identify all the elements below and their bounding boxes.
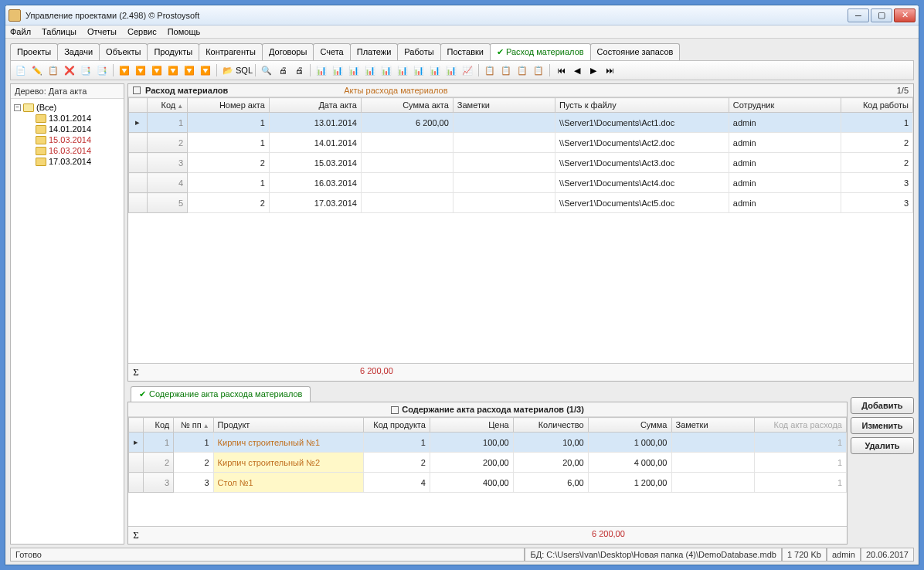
tab-6[interactable]: Счета <box>313 43 350 60</box>
tree-item[interactable]: 17.03.2014 <box>14 156 121 167</box>
toolbar-button[interactable]: 📂 <box>221 63 235 77</box>
table-row[interactable]: 4 1 16.03.2014 \\Server1\Documents\Act4.… <box>129 173 913 193</box>
folder-icon <box>36 136 46 144</box>
toolbar-button[interactable]: 📑 <box>79 63 93 77</box>
app-window: Управление проектами (2.498) © Prostoyso… <box>5 5 919 565</box>
toolbar-button[interactable]: 🔽 <box>134 63 148 77</box>
menubar: ФайлТаблицыОтчетыСервисПомощь <box>5 25 919 39</box>
side-buttons: Добавить Изменить Удалить <box>851 383 914 545</box>
toolbar-button[interactable]: 📊 <box>412 63 426 77</box>
tab-7[interactable]: Платежи <box>350 43 399 60</box>
toolbar-button[interactable]: 📊 <box>444 63 458 77</box>
toolbar-button[interactable]: 📋 <box>46 63 60 77</box>
toolbar-button[interactable]: 📊 <box>363 63 377 77</box>
toolbar-button[interactable]: 🔽 <box>199 63 212 77</box>
tree-item[interactable]: 15.03.2014 <box>14 134 121 145</box>
tree-item[interactable]: 16.03.2014 <box>14 145 121 156</box>
tab-1[interactable]: Задачи <box>57 43 100 60</box>
table-row[interactable]: ▸ 1 1 13.01.2014 6 200,00 \\Server1\Docu… <box>129 113 913 133</box>
toolbar-button[interactable]: 🔽 <box>166 63 180 77</box>
add-button[interactable]: Добавить <box>851 397 914 414</box>
grid-detail: Содержание акта расхода материалов (1/3)… <box>127 402 848 545</box>
tab-11[interactable]: Состояние запасов <box>590 43 681 60</box>
tab-0[interactable]: Проекты <box>10 43 58 60</box>
table-row[interactable]: 3 3 Стол №1 4 400,00 6,00 1 200,00 1 <box>129 473 847 493</box>
separator <box>113 64 114 76</box>
detail-sum-row: Σ 6 200,00 <box>128 526 847 544</box>
toolbar-button[interactable]: 📈 <box>460 63 474 77</box>
sum-row: Σ 6 200,00 <box>128 363 913 381</box>
grid-icon <box>391 406 399 414</box>
tree-item[interactable]: 13.01.2014 <box>14 113 121 124</box>
tab-5[interactable]: Договоры <box>262 43 314 60</box>
tab-4[interactable]: Контрагенты <box>199 43 263 60</box>
table-row[interactable]: ▸ 1 1 Кирпич строительный №1 1 100,00 10… <box>129 433 847 453</box>
toolbar-button[interactable]: 🖨 <box>276 63 290 77</box>
toolbar-button[interactable]: 🔽 <box>117 63 131 77</box>
toolbar-button[interactable]: 📊 <box>428 63 442 77</box>
tab-8[interactable]: Работы <box>397 43 440 60</box>
toolbar-button[interactable]: 📊 <box>347 63 361 77</box>
toolbar-button[interactable]: 📊 <box>379 63 393 77</box>
tab-10[interactable]: ✔Расход материалов <box>490 43 591 60</box>
main-table[interactable]: Код▲Номер актаДата актаСумма актаЗаметки… <box>128 97 913 213</box>
toolbar-button[interactable]: 📋 <box>483 63 497 77</box>
folder-icon <box>36 158 46 166</box>
tab-3[interactable]: Продукты <box>147 43 199 60</box>
toolbar-button[interactable]: 📋 <box>532 63 545 77</box>
grid-subtitle: Акты расхода материалов <box>344 86 447 95</box>
folder-icon <box>36 125 46 134</box>
table-row[interactable]: 2 1 14.01.2014 \\Server1\Documents\Act2.… <box>129 133 913 153</box>
toolbar-button[interactable]: SQL <box>237 63 251 77</box>
tree-root[interactable]: − (Все) <box>14 102 121 113</box>
toolbar-button[interactable]: 🖨 <box>292 63 306 77</box>
tree-item[interactable]: 14.01.2014 <box>14 124 121 134</box>
toolbar-button[interactable]: 📋 <box>499 63 513 77</box>
app-icon <box>8 9 21 22</box>
toolbar-button[interactable]: 📊 <box>314 63 328 77</box>
toolbar-button[interactable]: 📊 <box>396 63 409 77</box>
check-icon: ✔ <box>497 47 504 56</box>
toolbar-button[interactable]: 📋 <box>515 63 529 77</box>
toolbar-button[interactable]: ▶ <box>586 63 600 77</box>
close-button[interactable]: ✕ <box>894 8 916 22</box>
collapse-icon[interactable]: − <box>14 104 21 111</box>
toolbar-button[interactable]: 🔽 <box>150 63 164 77</box>
grid-pager: 1/5 <box>897 86 909 95</box>
sum-value: 6 200,00 <box>360 366 393 378</box>
table-row[interactable]: 5 2 17.03.2014 \\Server1\Documents\Act5.… <box>129 193 913 213</box>
toolbar-button[interactable]: ✏️ <box>30 63 44 77</box>
toolbar: 📄✏️📋❌📑📑🔽🔽🔽🔽🔽🔽📂SQL🔍🖨🖨📊📊📊📊📊📊📊📊📊📈📋📋📋📋⏮◀▶⏭ <box>10 60 914 80</box>
toolbar-button[interactable]: ❌ <box>63 63 76 77</box>
toolbar-button[interactable]: ◀ <box>570 63 584 77</box>
sigma-icon: Σ <box>128 366 144 378</box>
delete-button[interactable]: Удалить <box>851 437 914 454</box>
menu-item[interactable]: Помощь <box>168 27 201 36</box>
table-row[interactable]: 3 2 15.03.2014 \\Server1\Documents\Act3.… <box>129 153 913 173</box>
edit-button[interactable]: Изменить <box>851 417 914 434</box>
toolbar-button[interactable]: 🔍 <box>260 63 273 77</box>
subtab-content[interactable]: ✔Содержание акта расхода материалов <box>131 386 311 402</box>
toolbar-button[interactable]: ⏭ <box>603 63 617 77</box>
maximize-button[interactable]: ▢ <box>871 8 892 22</box>
menu-item[interactable]: Таблицы <box>42 27 76 36</box>
menu-item[interactable]: Файл <box>10 27 31 36</box>
menu-item[interactable]: Сервис <box>127 27 157 36</box>
toolbar-button[interactable]: 🔽 <box>182 63 196 77</box>
tab-2[interactable]: Объекты <box>99 43 148 60</box>
toolbar-button[interactable]: 📊 <box>331 63 345 77</box>
sub-tabs: ✔Содержание акта расхода материалов <box>127 383 848 402</box>
toolbar-button[interactable]: ⏮ <box>554 63 568 77</box>
minimize-button[interactable]: ─ <box>848 8 869 22</box>
main-tabs: ПроектыЗадачиОбъектыПродуктыКонтрагентыД… <box>5 39 919 60</box>
detail-title: Содержание акта расхода материалов (1/3) <box>128 402 847 417</box>
grid-icon <box>133 87 141 94</box>
detail-table[interactable]: Код№ пп▲ПродуктКод продуктаЦенаКоличеств… <box>128 417 847 493</box>
toolbar-button[interactable]: 📑 <box>95 63 109 77</box>
toolbar-button[interactable]: 📄 <box>14 63 28 77</box>
separator <box>478 64 479 76</box>
tab-9[interactable]: Поставки <box>440 43 491 60</box>
table-row[interactable]: 2 2 Кирпич строительный №2 2 200,00 20,0… <box>129 453 847 473</box>
menu-item[interactable]: Отчеты <box>87 27 117 36</box>
statusbar: Готово БД: C:\Users\Ivan\Desktop\Новая п… <box>10 548 914 562</box>
